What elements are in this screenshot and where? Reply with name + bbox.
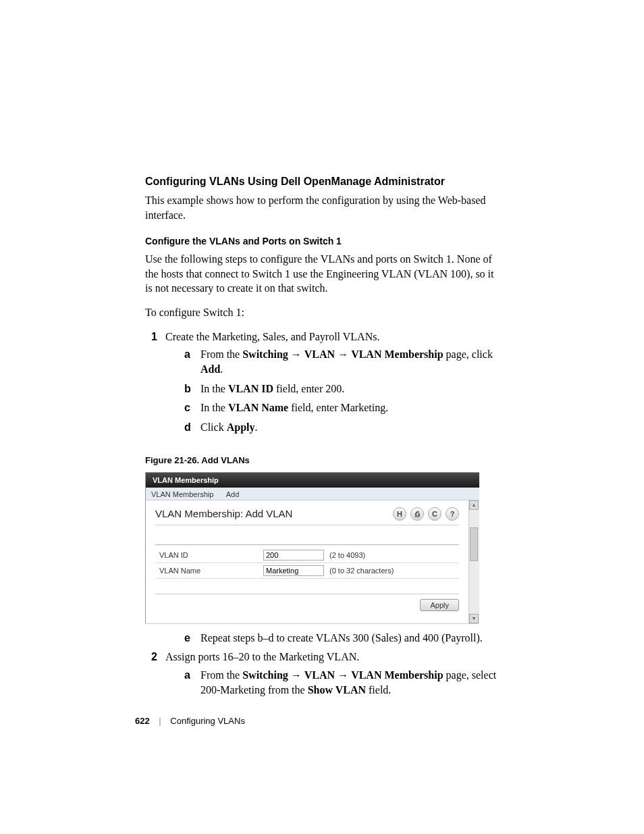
substep-text: From the Switching → VLAN → VLAN Members… <box>200 668 499 698</box>
footer-separator: | <box>152 716 167 726</box>
page-number: 622 <box>135 716 150 726</box>
figure-caption: Figure 21-26. Add VLANs <box>145 455 499 465</box>
print-icon[interactable]: ⎙ <box>410 507 424 521</box>
field-hint: (2 to 4093) <box>324 551 365 559</box>
divider <box>155 544 459 545</box>
scrollbar[interactable]: ▴ ▾ <box>468 500 479 623</box>
apply-button[interactable]: Apply <box>420 599 459 611</box>
vlan-id-input[interactable] <box>263 550 324 561</box>
substep-text: Repeat steps b–d to create VLANs 300 (Sa… <box>200 631 499 646</box>
footer-title: Configuring VLANs <box>170 716 245 726</box>
body-paragraph: Use the following steps to configure the… <box>145 252 499 296</box>
field-hint: (0 to 32 characters) <box>324 567 394 575</box>
step-text: Assign ports 16–20 to the Marketing VLAN… <box>165 651 359 662</box>
substep-letter: b <box>184 382 200 396</box>
substep-letter: e <box>184 631 200 646</box>
subsection-heading: Configure the VLANs and Ports on Switch … <box>145 236 499 246</box>
body-paragraph: To configure Switch 1: <box>145 305 499 320</box>
tab-add[interactable]: Add <box>226 490 240 498</box>
step-text: Create the Marketing, Sales, and Payroll… <box>165 331 379 342</box>
substep-letter: c <box>184 400 200 415</box>
form-row-vlan-id: VLAN ID (2 to 4093) <box>155 548 459 563</box>
substep-text: From the Switching → VLAN → VLAN Members… <box>200 347 499 377</box>
tab-bar: VLAN Membership Add <box>146 488 479 500</box>
tab-vlan-membership[interactable]: VLAN Membership <box>151 490 213 498</box>
window-titlebar: VLAN Membership <box>146 473 479 488</box>
substep-letter: d <box>184 420 200 435</box>
scroll-thumb[interactable] <box>470 527 478 561</box>
substep-text: In the VLAN Name field, enter Marketing. <box>200 400 499 415</box>
refresh-icon[interactable]: C <box>428 507 441 521</box>
form-row-vlan-name: VLAN Name (0 to 32 characters) <box>155 563 459 579</box>
step-number: 2 <box>145 650 165 702</box>
field-label: VLAN Name <box>155 567 263 575</box>
substep-text: In the VLAN ID field, enter 200. <box>200 382 499 396</box>
step-number: 1 <box>145 330 165 439</box>
vlan-name-input[interactable] <box>263 565 324 576</box>
scroll-up-icon[interactable]: ▴ <box>469 500 479 510</box>
save-icon[interactable]: H <box>393 507 406 521</box>
field-label: VLAN ID <box>155 551 263 559</box>
substep-letter: a <box>184 347 200 377</box>
section-heading: Configuring VLANs Using Dell OpenManage … <box>145 176 499 188</box>
substep-text: Click Apply. <box>200 420 499 435</box>
panel-title: VLAN Membership: Add VLAN <box>155 508 292 519</box>
scroll-down-icon[interactable]: ▾ <box>469 614 479 623</box>
figure-screenshot: VLAN Membership VLAN Membership Add VLAN… <box>145 472 479 624</box>
page-footer: 622 | Configuring VLANs <box>135 716 245 726</box>
substep-letter: a <box>184 668 200 698</box>
intro-paragraph: This example shows how to perform the co… <box>145 193 499 222</box>
help-icon[interactable]: ? <box>446 507 459 521</box>
divider <box>155 525 459 525</box>
